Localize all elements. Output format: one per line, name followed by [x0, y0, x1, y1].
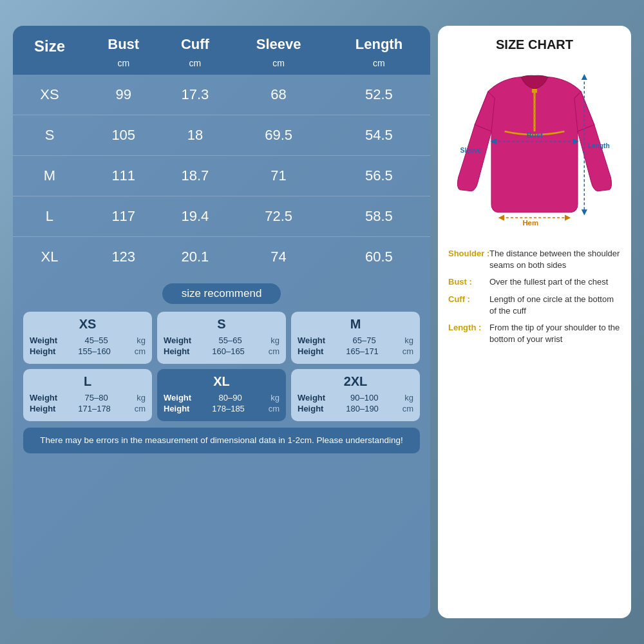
rec-height-unit: cm [402, 404, 413, 413]
recommend-section: size recommend XS Weight 45–55 kg Height… [13, 277, 430, 421]
svg-text:Length: Length [587, 142, 609, 149]
rec-height-val: 160–165 [212, 346, 245, 356]
rec-card: XL Weight 80–90 kg Height 178–185 cm [157, 369, 286, 421]
size-label: M [13, 156, 86, 196]
rec-height-row: Height 178–185 cm [164, 404, 279, 413]
rec-weight-val: 90–100 [350, 393, 378, 402]
sub-sleeve: cm [229, 58, 328, 75]
rec-height-unit: cm [135, 404, 146, 413]
svg-text:Hem: Hem [522, 219, 538, 227]
rec-card: XS Weight 45–55 kg Height 155–160 cm [23, 312, 152, 364]
rec-height-label: Height [298, 346, 323, 356]
rec-weight-val: 65–75 [353, 336, 376, 345]
def-term: Length : [448, 322, 487, 345]
col-size: Size [13, 26, 86, 58]
size-chart-title: SIZE CHART [448, 37, 621, 52]
sub-length: cm [328, 58, 430, 75]
rec-weight-label: Weight [164, 336, 191, 345]
rec-weight-unit: kg [404, 336, 413, 345]
size-value: 71 [229, 156, 328, 196]
rec-height-row: Height 155–160 cm [30, 346, 146, 356]
rec-weight-row: Weight 75–80 kg [30, 393, 146, 402]
rec-card: L Weight 75–80 kg Height 171–178 cm [23, 369, 152, 421]
rec-height-unit: cm [402, 346, 413, 356]
recommend-title: size recommend [162, 283, 281, 304]
rec-weight-val: 55–65 [219, 336, 242, 345]
size-value: 74 [229, 237, 328, 278]
rec-height-row: Height 180–190 cm [298, 404, 413, 413]
size-value: 58.5 [328, 196, 430, 237]
rec-height-row: Height 165–171 cm [298, 346, 413, 356]
size-value: 56.5 [328, 156, 430, 196]
rec-height-unit: cm [135, 346, 146, 356]
right-panel: SIZE CHART [438, 26, 631, 618]
rec-weight-label: Weight [30, 393, 57, 402]
table-header-row: Size Bust Cuff Sleeve Length [13, 26, 430, 58]
size-label: L [13, 196, 86, 237]
rec-weight-row: Weight 65–75 kg [298, 336, 413, 345]
rec-weight-label: Weight [30, 336, 57, 345]
sub-cuff: cm [161, 58, 230, 75]
rec-height-val: 180–190 [346, 404, 379, 413]
main-container: Size Bust Cuff Sleeve Length cm cm cm cm… [13, 26, 631, 618]
svg-text:Sleeve: Sleeve [460, 147, 482, 154]
col-length: Length [328, 26, 430, 58]
size-value: 105 [86, 115, 161, 156]
rec-weight-label: Weight [298, 393, 325, 402]
rec-height-val: 178–185 [212, 404, 245, 413]
rec-size-label: L [30, 374, 146, 389]
rec-card: 2XL Weight 90–100 kg Height 180–190 cm [291, 369, 420, 421]
rec-size-label: XL [164, 374, 279, 389]
definitions: Shoulder : The distance between the shou… [448, 248, 621, 345]
definition-row: Cuff : Length of one circle at the botto… [448, 294, 621, 317]
rec-height-label: Height [30, 346, 55, 356]
size-value: 117 [86, 196, 161, 237]
size-value: 20.1 [161, 237, 230, 278]
size-label: XL [13, 237, 86, 278]
size-value: 19.4 [161, 196, 230, 237]
recommend-title-wrap: size recommend [23, 283, 420, 304]
size-value: 69.5 [229, 115, 328, 156]
size-table-body: XS9917.36852.5S1051869.554.5M11118.77156… [13, 75, 430, 277]
disclaimer: There may be errors in the measurement o… [23, 428, 420, 453]
rec-card: S Weight 55–65 kg Height 160–165 cm [157, 312, 286, 364]
sub-bust: cm [86, 58, 161, 75]
def-term: Cuff : [448, 294, 487, 317]
size-value: 111 [86, 156, 161, 196]
definition-row: Shoulder : The distance between the shou… [448, 248, 621, 271]
definition-row: Bust : Over the fullest part of the ches… [448, 276, 621, 288]
rec-weight-row: Weight 45–55 kg [30, 336, 146, 345]
table-row: XS9917.36852.5 [13, 75, 430, 115]
recommend-grid: XS Weight 45–55 kg Height 155–160 cm S W… [23, 312, 420, 421]
def-term: Bust : [448, 276, 487, 288]
size-label: S [13, 115, 86, 156]
size-label: XS [13, 75, 86, 115]
table-row: S1051869.554.5 [13, 115, 430, 156]
size-table: Size Bust Cuff Sleeve Length cm cm cm cm… [13, 26, 430, 277]
table-row: M11118.77156.5 [13, 156, 430, 196]
rec-weight-row: Weight 90–100 kg [298, 393, 413, 402]
col-cuff: Cuff [161, 26, 230, 58]
size-value: 99 [86, 75, 161, 115]
rec-weight-unit: kg [137, 393, 146, 402]
left-panel: Size Bust Cuff Sleeve Length cm cm cm cm… [13, 26, 430, 618]
rec-height-val: 155–160 [78, 346, 111, 356]
definition-row: Length : From the tip of your shoulder t… [448, 322, 621, 345]
size-value: 18 [161, 115, 230, 156]
rec-height-label: Height [30, 404, 55, 413]
rec-weight-unit: kg [137, 336, 146, 345]
rec-height-label: Height [298, 404, 323, 413]
rec-size-label: M [298, 317, 413, 332]
sub-size [13, 58, 86, 75]
rec-weight-unit: kg [270, 393, 279, 402]
size-value: 68 [229, 75, 328, 115]
rec-weight-val: 80–90 [219, 393, 242, 402]
rec-height-label: Height [164, 404, 189, 413]
table-row: XL12320.17460.5 [13, 237, 430, 278]
col-sleeve: Sleeve [229, 26, 328, 58]
def-term: Shoulder : [448, 248, 487, 271]
rec-height-val: 165–171 [346, 346, 379, 356]
rec-weight-unit: kg [404, 393, 413, 402]
def-desc: Over the fullest part of the chest [489, 276, 608, 288]
rec-height-unit: cm [269, 346, 279, 356]
